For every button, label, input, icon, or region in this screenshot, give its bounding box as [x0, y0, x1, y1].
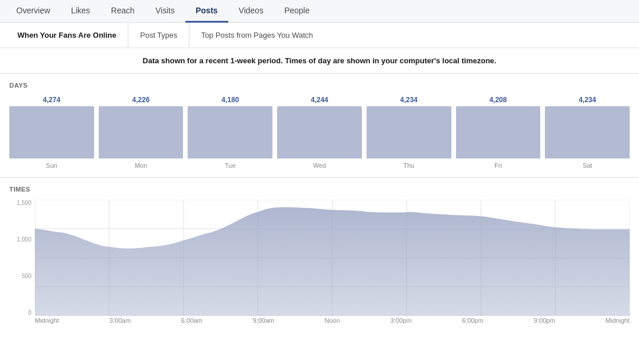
nav-item-visits[interactable]: Visits	[145, 0, 185, 23]
x-label-midnight-end: Midnight	[605, 317, 630, 324]
day-name-wed: Wed	[313, 162, 326, 169]
x-label-noon: Noon	[325, 317, 340, 324]
x-axis-labels: Midnight 3:00am 6:00am 9:00am Noon 3:00p…	[35, 317, 630, 324]
day-bar-fri	[456, 106, 541, 158]
x-label-3pm: 3:00pm	[390, 317, 412, 324]
x-label-midnight-start: Midnight	[35, 317, 59, 324]
days-label: DAYS	[9, 82, 630, 89]
day-value-wed: 4,244	[311, 96, 328, 104]
main-content: DAYS 4,274Sun4,226Mon4,180Tue4,244Wed4,2…	[0, 74, 639, 330]
info-text: Data shown for a recent 1-week period. T…	[143, 56, 497, 65]
sub-nav: When Your Fans Are Online Post Types Top…	[0, 23, 639, 48]
day-name-thu: Thu	[403, 162, 414, 169]
x-label-6am: 6:00am	[181, 317, 203, 324]
days-section: DAYS 4,274Sun4,226Mon4,180Tue4,244Wed4,2…	[0, 74, 639, 178]
day-value-sun: 4,274	[43, 96, 60, 104]
day-col-fri: 4,208Fri	[456, 96, 541, 169]
day-name-sun: Sun	[46, 162, 58, 169]
day-bar-mon	[99, 106, 184, 158]
day-col-mon: 4,226Mon	[99, 96, 184, 169]
day-value-tue: 4,180	[221, 96, 239, 104]
info-bar: Data shown for a recent 1-week period. T…	[0, 48, 639, 74]
day-value-mon: 4,226	[132, 96, 150, 104]
x-label-6pm: 6:00pm	[462, 317, 483, 324]
day-bar-sat	[545, 106, 630, 158]
area-path	[35, 207, 630, 316]
day-col-sat: 4,234Sat	[545, 96, 630, 169]
nav-item-posts[interactable]: Posts	[185, 0, 228, 23]
day-col-tue: 4,180Tue	[188, 96, 272, 169]
day-value-fri: 4,208	[489, 96, 507, 104]
day-col-wed: 4,244Wed	[277, 96, 362, 169]
sub-nav-fans-online[interactable]: When Your Fans Are Online	[6, 23, 128, 48]
day-value-thu: 4,234	[400, 96, 418, 104]
times-label: TIMES	[9, 186, 630, 193]
times-section: TIMES 1,500 1,000 500 0	[0, 178, 639, 330]
day-value-sat: 4,234	[579, 96, 596, 104]
day-col-sun: 4,274Sun	[9, 96, 94, 169]
y-label-1500: 1,500	[17, 200, 31, 206]
day-name-sat: Sat	[583, 162, 593, 169]
nav-item-overview[interactable]: Overview	[6, 0, 60, 23]
day-name-fri: Fri	[494, 162, 502, 169]
x-label-9am: 9:00am	[253, 317, 274, 324]
day-bar-tue	[188, 106, 272, 158]
times-chart	[35, 200, 630, 316]
nav-item-videos[interactable]: Videos	[228, 0, 274, 23]
sub-nav-top-posts[interactable]: Top Posts from Pages You Watch	[189, 23, 324, 48]
sub-nav-post-types[interactable]: Post Types	[128, 23, 189, 48]
top-nav: Overview Likes Reach Visits Posts Videos…	[0, 0, 639, 23]
y-label-500: 500	[21, 273, 31, 279]
day-col-thu: 4,234Thu	[367, 96, 451, 169]
nav-item-likes[interactable]: Likes	[60, 0, 100, 23]
days-grid: 4,274Sun4,226Mon4,180Tue4,244Wed4,234Thu…	[9, 96, 630, 171]
y-label-0: 0	[28, 309, 31, 316]
day-name-mon: Mon	[135, 162, 147, 169]
day-bar-thu	[367, 106, 451, 158]
nav-item-people[interactable]: People	[274, 0, 320, 23]
day-bar-wed	[277, 106, 362, 158]
day-bar-sun	[9, 106, 94, 158]
nav-item-reach[interactable]: Reach	[100, 0, 145, 23]
x-label-9pm: 9:00pm	[534, 317, 555, 324]
y-label-1000: 1,000	[17, 236, 31, 243]
day-name-tue: Tue	[225, 162, 236, 169]
x-label-3am: 3:00am	[109, 317, 131, 324]
